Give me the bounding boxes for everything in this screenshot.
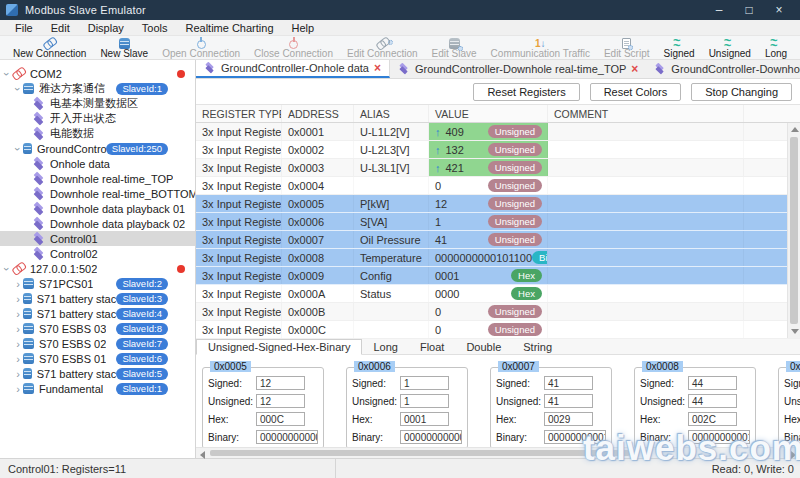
tree-item-register-block[interactable]: Downhole real-time_TOP: [0, 171, 195, 186]
float-view-button[interactable]: Float: [794, 36, 800, 59]
table-row[interactable]: 3x Input Register0x000C↑0Unsigned: [196, 321, 800, 339]
vertical-scrollbar[interactable]: [787, 123, 800, 338]
chevron-right-icon[interactable]: ›: [13, 294, 23, 304]
tree-item-slave[interactable]: ›S70 ESBS 01SlaveId:6: [0, 351, 195, 366]
signed-field[interactable]: 44: [688, 376, 737, 390]
tree-item-register-block[interactable]: 电基本测量数据区: [0, 96, 195, 111]
table-row[interactable]: 3x Input Register0x0004↑0Unsigned: [196, 177, 800, 195]
tree-item-slave[interactable]: ›S71PCS01SlaveId:2: [0, 276, 195, 291]
tree-item-slave[interactable]: ›FundamentalSlaveId:1: [0, 381, 195, 396]
scroll-down-icon[interactable]: [791, 329, 799, 334]
menu-edit[interactable]: Edit: [42, 22, 79, 34]
tree-item-slave[interactable]: ›雅达方案通信SlaveId:1: [0, 81, 195, 96]
new-connection-button[interactable]: New Connection: [6, 36, 93, 59]
tab-close-icon[interactable]: ×: [631, 63, 638, 75]
format-badge[interactable]: Hex: [511, 287, 542, 300]
communication-traffic-button[interactable]: 1↓ Communication Traffic: [484, 36, 597, 59]
hex-field[interactable]: 000C: [256, 412, 305, 426]
stop-changing-button[interactable]: Stop Changing: [691, 83, 792, 101]
edit-slave-button[interactable]: Edit Slave: [425, 36, 484, 59]
tree-item-slave[interactable]: ›S70 ESBS 03SlaveId:8: [0, 321, 195, 336]
tree-item-slave[interactable]: ›S70 ESBS 02SlaveId:7: [0, 336, 195, 351]
chevron-right-icon[interactable]: ›: [13, 369, 23, 379]
tab-close-icon[interactable]: ×: [374, 62, 381, 74]
horizontal-scrollbar[interactable]: [196, 447, 800, 458]
col-alias[interactable]: ALIAS: [354, 105, 429, 122]
chevron-right-icon[interactable]: ›: [13, 339, 23, 349]
col-value[interactable]: VALUE: [429, 105, 548, 122]
table-row[interactable]: 3x Input Register0x0005P[kW]↑12Unsigned: [196, 195, 800, 213]
binary-field[interactable]: 0000000000001100: [256, 430, 318, 444]
table-row[interactable]: 3x Input Register0x0007Oil Pressure↑41Un…: [196, 231, 800, 249]
format-badge[interactable]: Unsigned: [488, 233, 542, 246]
chevron-right-icon[interactable]: ›: [13, 354, 23, 364]
menu-display[interactable]: Display: [79, 22, 133, 34]
menu-file[interactable]: File: [6, 22, 42, 34]
tab-downhole-bottom[interactable]: GroundController-Downhole real-time_BOTT…: [646, 60, 800, 78]
scroll-right-icon[interactable]: [791, 451, 796, 459]
format-badge[interactable]: Unsigned: [488, 125, 542, 138]
binary-field[interactable]: 0000000000101001: [544, 430, 606, 444]
format-badge[interactable]: Hex: [511, 269, 542, 282]
edit-connection-button[interactable]: Edit Connection: [340, 36, 425, 59]
menu-realtime-charting[interactable]: Realtime Charting: [176, 22, 282, 34]
table-row[interactable]: 3x Input Register0x0003U-L3L1[V]↑421Unsi…: [196, 159, 800, 177]
unsigned-field[interactable]: 44: [688, 394, 737, 408]
scrollbar-thumb[interactable]: [790, 137, 798, 324]
tree-item-com2[interactable]: ›COM2: [0, 66, 195, 81]
tab-float[interactable]: Float: [409, 340, 455, 354]
menu-help[interactable]: Help: [283, 22, 324, 34]
maximize-button[interactable]: □: [734, 0, 764, 20]
table-row[interactable]: 3x Input Register0x0002U-L2L3[V]↑132Unsi…: [196, 141, 800, 159]
format-badge[interactable]: Unsigned: [488, 197, 542, 210]
tree-item-tcp-connection[interactable]: ›127.0.0.1:502: [0, 261, 195, 276]
table-row[interactable]: 3x Input Register0x0009Config↑0001Hex: [196, 267, 800, 285]
hex-field[interactable]: 0001: [400, 412, 449, 426]
open-connection-button[interactable]: Open Connection: [155, 36, 247, 59]
tab-unsigned-signed-hex-binary[interactable]: Unsigned-Signed-Hex-Binary: [196, 339, 362, 355]
format-badge[interactable]: Unsigned: [488, 179, 542, 192]
chevron-right-icon[interactable]: ›: [13, 309, 23, 319]
format-badge[interactable]: Unsigned: [488, 143, 542, 156]
tree-item-register-block[interactable]: Downhole data playback 01: [0, 201, 195, 216]
tab-onhole-data[interactable]: GroundController-Onhole data×: [196, 60, 390, 78]
tree-item-register-block[interactable]: Downhole real-time_BOTTOM: [0, 186, 195, 201]
signed-view-button[interactable]: Signed: [656, 36, 701, 59]
tab-downhole-top[interactable]: GroundController-Downhole real-time_TOP×: [390, 60, 646, 78]
tab-string[interactable]: String: [512, 340, 563, 354]
table-row[interactable]: 3x Input Register0x0001U-L1L2[V]↑409Unsi…: [196, 123, 800, 141]
table-row[interactable]: 3x Input Register0x0008Temperature↑00000…: [196, 249, 800, 267]
format-badge[interactable]: Unsigned: [488, 305, 542, 318]
signed-field[interactable]: 41: [544, 376, 593, 390]
reset-colors-button[interactable]: Reset Colors: [590, 83, 682, 101]
reset-registers-button[interactable]: Reset Registers: [473, 83, 579, 101]
binary-field[interactable]: 0000000000000001: [400, 430, 462, 444]
hex-field[interactable]: 0029: [544, 412, 593, 426]
menu-tools[interactable]: Tools: [133, 22, 177, 34]
unsigned-field[interactable]: 41: [544, 394, 593, 408]
unsigned-field[interactable]: 12: [256, 394, 305, 408]
minimize-button[interactable]: –: [704, 0, 734, 20]
chevron-down-icon[interactable]: ›: [13, 84, 23, 94]
chevron-right-icon[interactable]: ›: [13, 279, 23, 289]
unsigned-view-button[interactable]: Unsigned: [702, 36, 758, 59]
signed-field[interactable]: 12: [256, 376, 305, 390]
binary-field[interactable]: 0000000000101100: [688, 430, 750, 444]
tree-item-slave[interactable]: ›S71 battery stack 01SlaveId:3: [0, 291, 195, 306]
edit-script-button[interactable]: Edit Script: [597, 36, 657, 59]
unsigned-field[interactable]: 1: [400, 394, 449, 408]
tree-item-register-block[interactable]: Control02: [0, 246, 195, 261]
tree-item-control01-selected[interactable]: Control01: [0, 231, 195, 246]
hex-field[interactable]: 002C: [688, 412, 737, 426]
table-row[interactable]: 3x Input Register0x000AStatus↑0000Hex: [196, 285, 800, 303]
format-badge[interactable]: Binary: [532, 251, 548, 264]
scroll-left-icon[interactable]: [200, 451, 205, 459]
format-badge[interactable]: Unsigned: [488, 161, 542, 174]
col-register-type[interactable]: REGISTER TYPE: [196, 105, 282, 122]
close-button[interactable]: ×: [764, 0, 794, 20]
format-badge[interactable]: Unsigned: [488, 215, 542, 228]
tree-item-register-block[interactable]: Onhole data: [0, 156, 195, 171]
col-comment[interactable]: COMMENT: [548, 105, 744, 122]
tree-item-register-block[interactable]: 开入开出状态: [0, 111, 195, 126]
scroll-up-icon[interactable]: [791, 127, 799, 132]
